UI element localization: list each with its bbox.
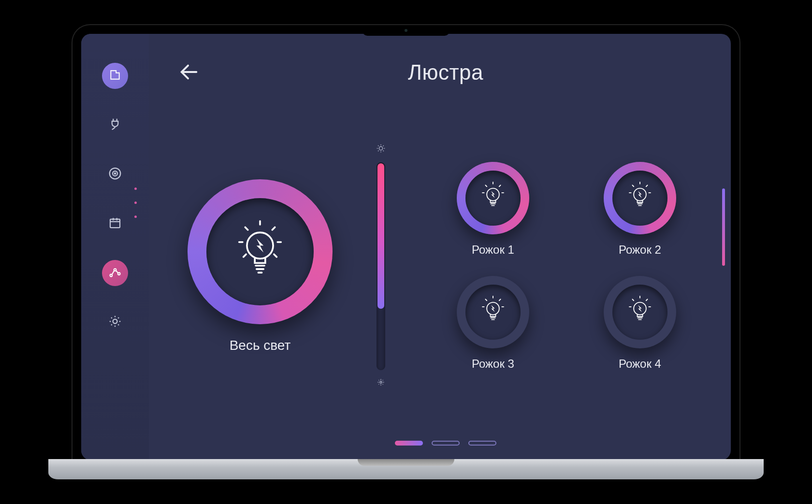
svg-point-7 xyxy=(113,319,117,323)
laptop-notch xyxy=(362,25,450,36)
pager-row xyxy=(178,441,713,446)
bulb-grid: Рожок 1 Рожок 2 Рожок 3 Рожок 4 xyxy=(420,152,713,380)
bulb-tile: Рожок 4 xyxy=(576,276,704,371)
brightness-slider[interactable] xyxy=(377,162,385,370)
bulb-toggle-1[interactable] xyxy=(457,162,529,234)
calendar-icon xyxy=(108,216,122,232)
plug-icon xyxy=(108,117,122,133)
main-panel: Люстра xyxy=(149,34,731,460)
disc-icon xyxy=(108,166,122,183)
bulb-label: Рожок 1 xyxy=(472,243,514,257)
brightness-high-icon xyxy=(376,143,386,156)
sidebar-item-disc[interactable] xyxy=(102,161,128,187)
bulb-toggle-4[interactable] xyxy=(604,276,676,348)
app-screen: Люстра xyxy=(81,34,731,460)
sidebar-item-graph[interactable] xyxy=(102,260,128,286)
main-light-toggle[interactable] xyxy=(188,179,333,324)
bulb-tile: Рожок 2 xyxy=(576,162,704,257)
svg-point-9 xyxy=(379,146,382,150)
page-title: Люстра xyxy=(408,60,483,85)
sidebar-item-plug[interactable] xyxy=(102,112,128,138)
bulb-label: Рожок 2 xyxy=(619,243,661,257)
sidebar-indicator-dots xyxy=(134,187,137,218)
back-button[interactable] xyxy=(178,61,200,85)
laptop-frame: Люстра xyxy=(72,25,740,460)
svg-point-0 xyxy=(110,168,121,179)
main-light-label: Весь свет xyxy=(230,338,291,353)
scroll-accent xyxy=(722,188,725,266)
content-row: Весь свет xyxy=(178,97,713,436)
bulb-tile: Рожок 1 xyxy=(429,162,557,257)
bulb-icon xyxy=(626,295,654,329)
gear-icon xyxy=(108,314,122,331)
sidebar xyxy=(81,34,149,460)
brightness-low-icon xyxy=(376,377,386,389)
svg-point-4 xyxy=(110,274,113,276)
laptop-base xyxy=(48,459,764,479)
sidebar-item-home[interactable] xyxy=(102,63,128,89)
main-light-column: Весь свет xyxy=(178,179,342,353)
bulb-toggle-3[interactable] xyxy=(457,276,529,348)
bulb-icon xyxy=(233,219,287,284)
bulb-icon xyxy=(479,295,507,329)
bulb-icon xyxy=(479,181,507,215)
bulb-label: Рожок 3 xyxy=(472,357,514,371)
brightness-slider-column xyxy=(362,143,400,389)
bulb-inner xyxy=(465,285,521,340)
svg-point-1 xyxy=(113,171,117,176)
arrow-left-icon xyxy=(178,76,200,85)
bulb-inner xyxy=(612,171,667,226)
home-icon xyxy=(109,69,121,83)
svg-point-10 xyxy=(380,381,382,383)
pager-dot-2[interactable] xyxy=(432,441,460,446)
bulb-tile: Рожок 3 xyxy=(429,276,557,371)
brightness-slider-fill xyxy=(377,163,384,309)
svg-rect-3 xyxy=(110,219,120,228)
pager-dot-1[interactable] xyxy=(395,441,423,446)
bulb-inner xyxy=(465,171,521,226)
bulb-icon xyxy=(626,181,654,215)
bulb-toggle-2[interactable] xyxy=(604,162,676,234)
header: Люстра xyxy=(178,58,713,87)
sidebar-item-settings[interactable] xyxy=(102,309,128,335)
pager-dot-3[interactable] xyxy=(468,441,496,446)
bulb-label: Рожок 4 xyxy=(619,357,661,371)
sidebar-item-calendar[interactable] xyxy=(102,211,128,237)
main-light-inner xyxy=(206,198,314,305)
graph-icon xyxy=(108,265,122,281)
svg-point-2 xyxy=(115,173,116,174)
bulb-inner xyxy=(612,285,667,340)
